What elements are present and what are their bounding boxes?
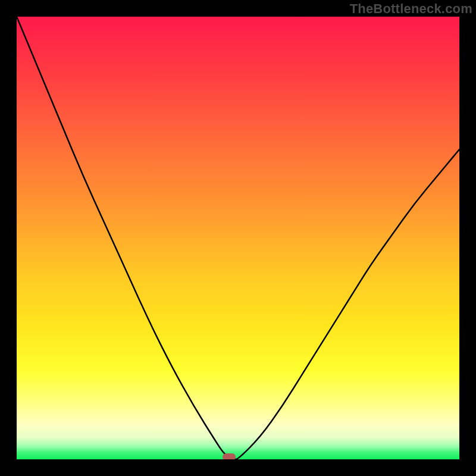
- plot-area: [17, 17, 459, 459]
- bottleneck-curve: [17, 17, 459, 459]
- chart-frame: TheBottleneck.com: [0, 0, 476, 476]
- watermark-text: TheBottleneck.com: [350, 1, 472, 17]
- bottleneck-marker: [223, 453, 236, 459]
